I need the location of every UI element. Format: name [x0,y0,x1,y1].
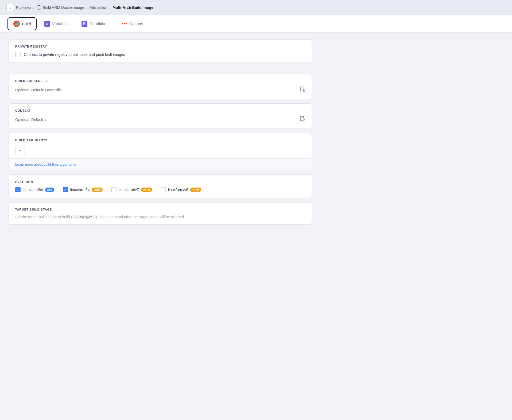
svg-point-0 [123,23,125,24]
variables-icon: $ [44,21,50,27]
platform-armv7-badge: ARM [141,188,152,192]
platform-arm64-badge: ARM [92,188,103,192]
platform-armv6-badge: ARM [190,188,201,192]
svg-point-2 [125,23,127,24]
breadcrumb: Pipelines / Build ARM Docker image / Add… [16,5,153,10]
private-registry-text: Connect to private registry to pull base… [24,52,125,57]
breadcrumb-sep-1: / [33,5,34,10]
private-registry-row: Connect to private registry to pull base… [15,52,305,57]
target-build-stage-label: TARGET BUILD STAGE [15,208,305,211]
target-build-stage-section: TARGET BUILD STAGE Set the target build … [9,202,312,225]
build-dockerfile-input[interactable] [15,88,300,92]
context-input[interactable] [15,118,300,122]
context-label: CONTEXT [15,109,305,112]
platform-amd64-label: linux/amd64 [23,188,43,192]
tab-variables-label: Variables [52,21,68,26]
tab-bar: 🐳 Build $ Variables IF Conditions Option… [0,15,512,33]
tab-options-label: Options [129,21,143,26]
loading-icon [37,5,41,10]
divider-1 [9,68,30,68]
breadcrumb-build-arm[interactable]: Build ARM Docker image [37,5,84,10]
tab-conditions-label: Conditions [90,21,108,26]
back-button[interactable]: ‹ [6,4,14,11]
tab-build-label: Build [22,22,31,26]
tab-conditions[interactable]: IF Conditions [75,16,115,32]
learn-more-link[interactable]: Learn more about build-time arguments [15,162,76,166]
target-code: `--target` [72,215,96,219]
private-registry-checkbox[interactable] [15,52,21,57]
add-argument-button[interactable]: + [15,146,25,155]
context-section: CONTEXT [9,103,312,129]
platform-armv6: linux/arm/v6 ARM [161,187,201,192]
learn-more-bar: Learn more about build-time arguments [9,158,312,170]
tab-build[interactable]: 🐳 Build [7,17,37,30]
platform-armv7-label: linux/arm/v7 [119,188,139,192]
build-dockerfile-label: BUILD DOCKERFILE [15,79,305,83]
tab-options[interactable]: Options [115,16,150,32]
dockerfile-file-icon[interactable] [300,86,305,94]
build-arguments-label: BUILD ARGUMENTS [15,139,305,142]
breadcrumb-add-action[interactable]: Add action [90,5,107,10]
build-icon: 🐳 [13,21,20,27]
private-registry-label: PRIVATE REGISTRY [15,45,305,48]
platform-amd64-badge: x86 [45,188,54,192]
platform-arm64: ✓ linux/arm64 ARM [63,187,103,192]
breadcrumb-current: Multi-Arch Build Image [113,5,153,10]
platform-armv6-label: linux/arm/v6 [168,188,188,192]
context-input-row [15,116,305,123]
target-build-stage-description: Set the target build stage to build (`--… [15,215,305,219]
conditions-icon: IF [82,21,87,27]
platform-armv6-checkbox[interactable] [161,187,166,192]
platform-armv7-checkbox[interactable] [111,187,117,192]
top-bar: ‹ Pipelines / Build ARM Docker image / A… [0,0,512,15]
platform-amd64: ✓ linux/amd64 x86 [15,187,54,192]
tab-variables[interactable]: $ Variables [38,16,75,32]
breadcrumb-sep-3: / [109,5,110,10]
main-content: PRIVATE REGISTRY Connect to private regi… [0,33,321,231]
platform-options: ✓ linux/amd64 x86 ✓ linux/arm64 ARM linu… [15,187,305,192]
platform-arm64-label: linux/arm64 [70,188,90,192]
platform-label: PLATFORM [15,180,305,183]
build-dockerfile-section: BUILD DOCKERFILE [9,74,312,99]
build-arguments-section: BUILD ARGUMENTS + Learn more about build… [9,133,312,170]
breadcrumb-pipelines[interactable]: Pipelines [16,5,31,10]
platform-amd64-checkbox[interactable]: ✓ [15,187,21,192]
platform-section: PLATFORM ✓ linux/amd64 x86 ✓ linux/arm64… [9,174,312,198]
platform-arm64-checkbox[interactable]: ✓ [63,187,68,192]
private-registry-section: PRIVATE REGISTRY Connect to private regi… [9,39,312,63]
svg-point-1 [122,23,123,24]
options-icon [121,21,127,27]
breadcrumb-sep-2: / [86,5,87,10]
build-dockerfile-input-row [15,86,305,94]
platform-armv7: linux/arm/v7 ARM [111,187,152,192]
context-file-icon[interactable] [300,116,305,123]
